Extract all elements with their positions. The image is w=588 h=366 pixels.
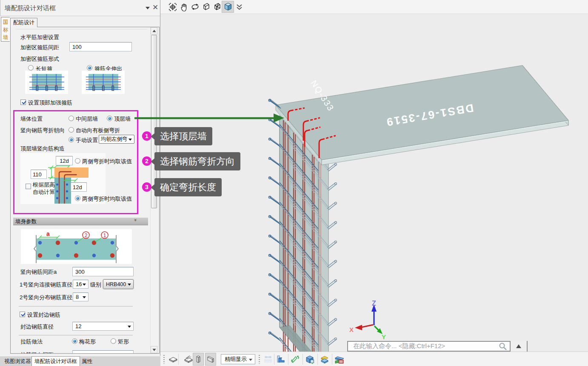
vert-spacing-input[interactable] [72,267,134,276]
edge-dia-value: 12 [75,323,81,329]
separator [19,306,133,306]
scroll-up-icon [152,29,156,33]
stairs-tool-icon[interactable] [276,355,286,364]
bar1-dia-label: 1号竖向连接钢筋直径 [20,281,72,289]
wall-params-section-header[interactable]: 墙身参数 [13,218,148,225]
zoom-extents-icon[interactable] [168,3,177,11]
command-placeholder: 在此输入命令... <隐藏:Ctrl+F12> [348,342,499,350]
tab-rebar-design[interactable]: 配筋设计 [10,18,37,27]
search-icon [499,342,510,351]
dialog-title: 墙配筋设计对话框 [5,4,56,12]
dense-spacing-input[interactable] [69,42,132,51]
grade-combo[interactable]: HRB400 [103,279,134,289]
display-mode-value: 精细显示 [225,356,247,362]
step-badge-2: 2 [142,156,151,166]
axis-z-label: Z [372,300,376,307]
radio-plum-label: 梅花形 [79,338,96,346]
bar2-dia-combo[interactable]: 8 [73,292,88,301]
radio-rect[interactable] [111,338,116,344]
model-3d-scene: DBS1-67-3519 NQ-333 Z X Y [160,14,588,352]
top-stirrup [268,99,281,108]
side-tab-national-wall[interactable]: 国标墙 [1,17,10,42]
chevron-down-icon [83,296,86,298]
axis-y-label: Y [382,333,386,340]
wall-section-diagram: a 2 1 [21,229,132,264]
dense-spacing-label: 加密区箍筋间距 [20,44,59,51]
chevron-down-icon [128,284,131,286]
chevron-double-down-icon[interactable] [236,4,243,11]
chevron-down-icon [83,284,86,286]
bottom-toolbar: 精细显示 [160,352,588,366]
column-tool-icon [194,355,202,363]
close-icon[interactable]: ✕ [152,3,158,12]
viewport-toolbar [160,0,588,14]
bottom-tab-bar: 视图浏览器 墙配筋设计对话框 属性 [0,356,160,366]
layer-slabs-tool-icon[interactable] [320,355,330,364]
tie-method-label: 拉筋做法 [20,338,43,346]
axis-x-label: X [349,326,354,333]
command-input-bar[interactable]: 在此输入命令... <隐藏:Ctrl+F12> [347,341,528,352]
chevron-down-icon [128,326,131,328]
bar1-dia-value: 16 [76,281,82,287]
toolbar-grip-handle[interactable] [163,355,165,364]
wall-export-tool-icon[interactable] [334,355,345,364]
tab-view-browser[interactable]: 视图浏览器 [2,357,34,366]
wall-params-header-label: 墙身参数 [15,218,37,224]
slab-rebar-tool-icon[interactable] [184,355,193,364]
rebar-design-dialog: 墙配筋设计对话框 ✕ 国标墙 配筋设计 水平筋加密设置 加密区箍筋间距 加密区箍… [0,0,160,366]
scroll-down-button[interactable] [151,346,157,353]
checkbox-top-reinforce[interactable] [20,99,26,105]
clipped-row-input[interactable] [72,350,134,353]
grade-value: HRB400 [106,281,126,287]
badge-2: 2 [85,233,88,238]
chevron-down-icon [249,359,252,361]
step-tooltip-1: 选择顶层墙 [154,127,212,145]
radio-plum[interactable] [72,338,77,344]
step-badge-1: 1 [142,131,151,141]
command-expand-button[interactable] [510,341,527,352]
dialog-titlebar[interactable]: 墙配筋设计对话框 ✕ [0,0,160,16]
export-model-tool-icon[interactable] [305,355,315,364]
collapse-chevron-icon[interactable]: » [133,218,138,221]
clipped-row-label: 拉筋竖向间距 [20,351,54,353]
long-short-stirrup-preview [25,71,68,94]
dimension-tool-icon[interactable] [263,355,273,364]
scroll-up-button[interactable] [151,27,157,34]
vert-spacing-label: 竖向钢筋间距a [20,268,57,276]
step-tooltip-3: 确定弯折长度 [154,178,222,196]
toolbar-grip-handle[interactable] [259,355,260,364]
bar2-dia-label: 2号竖向分布钢筋直径 [20,294,72,301]
bar1-dia-combo[interactable]: 16 [73,280,88,289]
badge-1: 1 [103,233,106,238]
pane-top-hairline [15,29,147,29]
expand-up-icon [516,344,521,348]
annotate-tool-icon[interactable] [291,355,300,364]
checkbox-top-reinforce-label: 设置顶部加强箍筋 [28,99,72,107]
tab-properties[interactable]: 属性 [79,357,95,366]
column-tool-button[interactable] [193,353,203,365]
horizontal-rebar-header: 水平筋加密设置 [20,34,59,41]
highlight-rectangle [13,110,138,214]
pan-hand-icon[interactable] [180,3,188,12]
edge-dia-label: 封边钢筋直径 [20,323,54,331]
orbit-icon[interactable] [191,3,200,11]
tab-rebar-dialog[interactable]: 墙配筋设计对话框 [31,356,80,366]
step-tooltip-2: 选择钢筋弯折方向 [154,152,240,170]
dropdown-caret-icon[interactable] [146,7,150,9]
checkbox-edge-rebar-label: 设置封边钢筋 [27,311,60,319]
separator [19,335,133,335]
radio-full-extend[interactable] [87,65,92,71]
hiddenline-cube-icon[interactable] [213,3,221,11]
grade-label: 级别 [90,281,101,289]
checkbox-edge-rebar[interactable] [20,312,25,317]
slab-tool-icon[interactable] [168,355,178,364]
shaded-cube-button[interactable] [222,1,234,12]
shaded-cube-icon [224,3,232,11]
dense-form-label: 加密区箍筋形式 [20,55,59,63]
radio-long-short[interactable] [28,65,34,71]
wireframe-cube-icon[interactable] [202,3,210,11]
wall-tool-button[interactable] [206,353,216,365]
radio-rect-label: 矩形 [118,338,129,346]
edge-dia-combo[interactable]: 12 [72,322,134,331]
display-mode-combo[interactable]: 精细显示 [221,354,255,364]
